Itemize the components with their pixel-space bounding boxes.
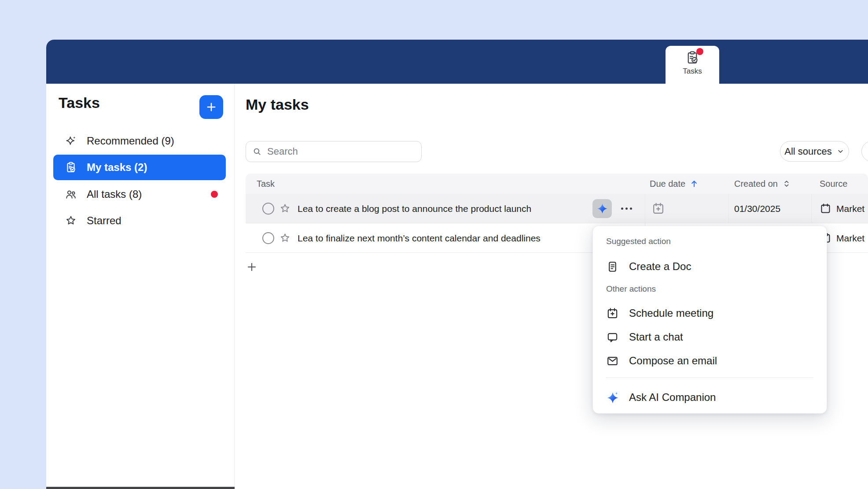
column-header-source[interactable]: Source bbox=[820, 174, 847, 194]
doc-icon bbox=[606, 260, 619, 273]
sparkle-icon bbox=[65, 135, 77, 147]
sidebar-item-my-tasks[interactable]: My tasks (2) bbox=[53, 155, 226, 180]
task-table-header: Task Due date Created on Source bbox=[246, 174, 868, 194]
filter-button-partial[interactable] bbox=[861, 141, 868, 162]
task-complete-checkbox[interactable] bbox=[262, 232, 274, 244]
task-row-1[interactable]: Lea to create a blog post to announce th… bbox=[246, 194, 868, 223]
clipboard-check-icon bbox=[65, 161, 77, 174]
tasks-sidebar: Tasks Recommended (9) My tasks (2) bbox=[46, 84, 235, 489]
sort-updown-icon bbox=[782, 179, 791, 189]
menu-section-other: Other actions bbox=[606, 284, 656, 294]
task-search-input[interactable] bbox=[267, 146, 415, 157]
menu-item-ask-ai-companion[interactable]: Ask AI Companion bbox=[606, 385, 816, 410]
add-due-date-icon[interactable] bbox=[651, 202, 665, 215]
ai-companion-icon bbox=[606, 391, 619, 404]
ai-companion-button[interactable] bbox=[592, 199, 612, 218]
task-title: Lea to finalize next month’s content cal… bbox=[298, 223, 541, 253]
task-source: Market bbox=[836, 194, 864, 223]
window-bottom-edge bbox=[46, 487, 235, 489]
desktop: zoom Workplace Search ⌘F Home bbox=[0, 0, 868, 489]
task-search-field[interactable] bbox=[246, 141, 422, 162]
task-source: Market bbox=[836, 223, 864, 253]
column-header-due-date[interactable]: Due date bbox=[650, 174, 699, 194]
sidebar-item-all-tasks[interactable]: All tasks (8) bbox=[53, 182, 226, 207]
envelope-icon bbox=[606, 355, 619, 367]
search-icon bbox=[252, 147, 262, 156]
nav-item-tasks-active[interactable]: Tasks bbox=[666, 46, 719, 84]
sidebar-title: Tasks bbox=[59, 94, 100, 111]
sidebar-item-starred[interactable]: Starred bbox=[53, 208, 226, 233]
plus-icon bbox=[205, 101, 217, 113]
people-icon bbox=[65, 188, 77, 200]
column-header-created-on[interactable]: Created on bbox=[734, 174, 791, 194]
star-icon[interactable] bbox=[279, 203, 291, 215]
star-icon bbox=[65, 215, 77, 227]
chevron-down-icon bbox=[836, 147, 845, 156]
ai-companion-icon bbox=[596, 203, 608, 215]
menu-item-schedule-meeting[interactable]: Schedule meeting bbox=[606, 301, 816, 326]
sort-ascending-icon bbox=[689, 179, 699, 189]
menu-item-start-chat[interactable]: Start a chat bbox=[606, 325, 816, 349]
menu-item-create-doc[interactable]: Create a Doc bbox=[606, 254, 816, 279]
menu-item-compose-email[interactable]: Compose an email bbox=[606, 348, 816, 373]
sidebar-item-recommended[interactable]: Recommended (9) bbox=[53, 128, 226, 154]
star-icon[interactable] bbox=[279, 232, 291, 244]
tasks-icon bbox=[685, 50, 700, 65]
more-ellipsis-icon[interactable] bbox=[616, 199, 636, 218]
page-title: My tasks bbox=[246, 96, 309, 113]
add-task-button[interactable] bbox=[199, 95, 223, 119]
sources-filter-dropdown[interactable]: All sources bbox=[780, 141, 849, 162]
tasks-badge bbox=[696, 48, 703, 55]
task-complete-checkbox[interactable] bbox=[262, 203, 274, 215]
task-title: Lea to create a blog post to announce th… bbox=[298, 194, 531, 223]
created-on-date: 01/30/2025 bbox=[734, 194, 780, 223]
column-header-task[interactable]: Task bbox=[257, 174, 275, 194]
menu-divider bbox=[606, 378, 813, 378]
task-actions-menu: Suggested action Create a Doc Other acti… bbox=[592, 226, 827, 414]
calendar-icon bbox=[820, 203, 831, 215]
menu-section-suggested: Suggested action bbox=[606, 237, 671, 246]
add-task-inline-button[interactable] bbox=[243, 258, 261, 276]
top-navbar: zoom Workplace Search ⌘F Home bbox=[46, 40, 868, 84]
calendar-plus-icon bbox=[606, 307, 619, 320]
chat-bubble-icon bbox=[606, 331, 619, 344]
all-tasks-badge bbox=[211, 191, 218, 198]
